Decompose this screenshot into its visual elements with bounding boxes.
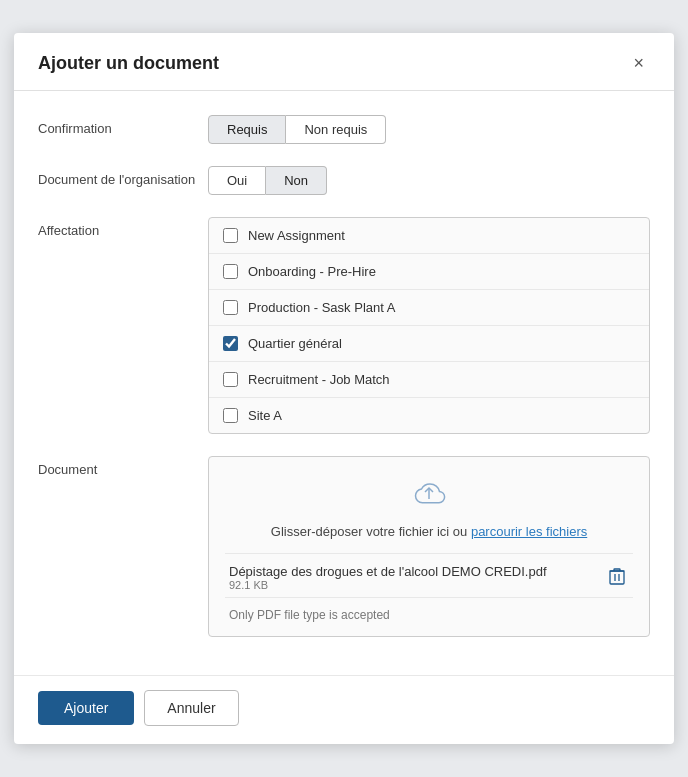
list-item[interactable]: New Assignment [209,218,649,254]
modal-title: Ajouter un document [38,53,219,74]
affectation-checkbox-site-a[interactable] [223,408,238,423]
affectation-checkbox-new-assignment[interactable] [223,228,238,243]
affectation-checkbox-list: New AssignmentOnboarding - Pre-HireProdu… [208,217,650,434]
confirmation-row: Confirmation Requis Non requis [38,115,650,144]
affectation-checkbox-label-onboarding-pre-hire: Onboarding - Pre-Hire [248,264,376,279]
upload-cloud-icon [410,479,448,516]
list-item[interactable]: Production - Sask Plant A [209,290,649,326]
affectation-row: Affectation New AssignmentOnboarding - P… [38,217,650,434]
org-document-toggle-group: Oui Non [208,166,650,195]
document-label: Document [38,456,208,477]
list-item[interactable]: Quartier général [209,326,649,362]
modal-header: Ajouter un document × [14,33,674,91]
org-document-non-button[interactable]: Non [266,166,327,195]
affectation-checkbox-onboarding-pre-hire[interactable] [223,264,238,279]
confirmation-toggle-group: Requis Non requis [208,115,650,144]
list-item[interactable]: Site A [209,398,649,433]
org-document-oui-button[interactable]: Oui [208,166,266,195]
file-info: Dépistage des drogues et de l'alcool DEM… [229,564,547,591]
affectation-label: Affectation [38,217,208,238]
affectation-checkbox-label-production-sask: Production - Sask Plant A [248,300,395,315]
confirmation-label: Confirmation [38,115,208,136]
confirmation-requis-button[interactable]: Requis [208,115,286,144]
close-button[interactable]: × [627,51,650,76]
confirmation-control: Requis Non requis [208,115,650,144]
confirmation-non-requis-button[interactable]: Non requis [286,115,386,144]
document-row: Document Glisse [38,456,650,637]
org-document-control: Oui Non [208,166,650,195]
affectation-checkbox-quartier-general[interactable] [223,336,238,351]
modal-footer: Ajouter Annuler [14,675,674,744]
upload-dropzone-text: Glisser-déposer votre fichier ici ou par… [271,524,587,539]
document-control: Glisser-déposer votre fichier ici ou par… [208,456,650,637]
affectation-checkbox-label-recruitment-job-match: Recruitment - Job Match [248,372,390,387]
affectation-checkbox-label-site-a: Site A [248,408,282,423]
affectation-checkbox-production-sask[interactable] [223,300,238,315]
modal-body: Confirmation Requis Non requis Document … [14,91,674,675]
list-item[interactable]: Onboarding - Pre-Hire [209,254,649,290]
org-document-row: Document de l'organisation Oui Non [38,166,650,195]
file-name: Dépistage des drogues et de l'alcool DEM… [229,564,547,579]
affectation-control: New AssignmentOnboarding - Pre-HireProdu… [208,217,650,434]
list-item[interactable]: Recruitment - Job Match [209,362,649,398]
affectation-checkbox-recruitment-job-match[interactable] [223,372,238,387]
browse-files-link[interactable]: parcourir les fichiers [471,524,587,539]
svg-rect-0 [610,571,624,584]
affectation-checkbox-label-new-assignment: New Assignment [248,228,345,243]
org-document-label: Document de l'organisation [38,166,208,187]
delete-file-button[interactable] [605,565,629,591]
upload-hint: Only PDF file type is accepted [225,608,633,622]
modal-overlay: Ajouter un document × Confirmation Requi… [0,0,688,777]
modal-dialog: Ajouter un document × Confirmation Requi… [14,33,674,744]
affectation-checkbox-label-quartier-general: Quartier général [248,336,342,351]
upload-area: Glisser-déposer votre fichier ici ou par… [208,456,650,637]
uploaded-file-row: Dépistage des drogues et de l'alcool DEM… [225,554,633,598]
upload-dropzone[interactable]: Glisser-déposer votre fichier ici ou par… [225,479,633,554]
upload-static-text: Glisser-déposer votre fichier ici ou [271,524,471,539]
add-button[interactable]: Ajouter [38,691,134,725]
cancel-button[interactable]: Annuler [144,690,238,726]
file-size: 92.1 KB [229,579,547,591]
